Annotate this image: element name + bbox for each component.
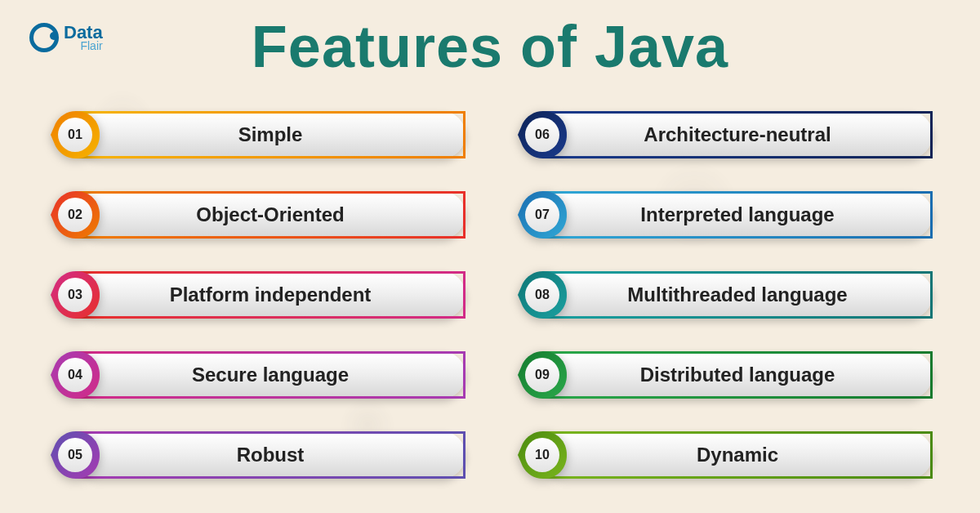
number-badge: 03: [47, 266, 105, 323]
feature-number: 07: [525, 198, 559, 232]
logo-text: Data Flair: [64, 24, 103, 51]
feature-number: 01: [58, 118, 92, 152]
number-badge: 08: [514, 266, 572, 323]
feature-label: Dynamic: [697, 444, 778, 466]
feature-pill: Multithreaded language: [542, 271, 933, 319]
feature-item: 05Robust: [47, 425, 466, 485]
feature-label: Platform independent: [170, 283, 372, 306]
feature-label: Interpreted language: [640, 203, 834, 226]
feature-pill: Robust: [75, 431, 466, 479]
feature-item: 04Secure language: [47, 345, 466, 405]
feature-number: 03: [58, 278, 92, 312]
feature-label: Distributed language: [640, 364, 835, 386]
number-badge: 07: [514, 186, 572, 243]
feature-item: 07Interpreted language: [514, 185, 933, 245]
feature-item: 08Multithreaded language: [514, 265, 933, 325]
number-badge: 01: [47, 106, 105, 163]
feature-number: 09: [525, 358, 559, 392]
feature-label: Object-Oriented: [196, 203, 344, 226]
feature-pill: Architecture-neutral: [542, 111, 933, 158]
feature-item: 09Distributed language: [514, 345, 933, 405]
feature-number: 02: [58, 198, 92, 232]
logo-icon: [29, 23, 59, 52]
number-badge: 10: [514, 426, 572, 484]
feature-pill: Object-Oriented: [75, 191, 466, 239]
feature-number: 08: [525, 278, 559, 312]
number-badge: 04: [47, 346, 105, 404]
feature-pill: Platform independent: [75, 271, 466, 319]
feature-pill: Distributed language: [542, 351, 933, 399]
feature-pill: Interpreted language: [542, 191, 933, 239]
feature-label: Architecture-neutral: [644, 123, 831, 146]
number-badge: 05: [47, 426, 105, 484]
number-badge: 02: [47, 186, 105, 243]
feature-pill: Simple: [75, 111, 466, 158]
feature-item: 01Simple: [47, 105, 466, 165]
feature-label: Multithreaded language: [627, 283, 847, 306]
number-badge: 06: [514, 106, 572, 163]
feature-pill: Dynamic: [542, 431, 933, 479]
feature-item: 06Architecture-neutral: [514, 105, 933, 165]
feature-label: Secure language: [192, 364, 349, 386]
feature-label: Simple: [238, 123, 303, 146]
feature-item: 10Dynamic: [514, 425, 933, 485]
feature-number: 05: [58, 438, 92, 472]
feature-number: 04: [58, 358, 92, 392]
feature-number: 06: [525, 118, 559, 152]
feature-pill: Secure language: [75, 351, 466, 399]
feature-label: Robust: [237, 444, 305, 466]
feature-number: 10: [525, 438, 559, 472]
feature-item: 03Platform independent: [47, 265, 466, 325]
feature-item: 02Object-Oriented: [47, 185, 466, 245]
logo: Data Flair: [29, 23, 103, 52]
number-badge: 09: [514, 346, 572, 404]
